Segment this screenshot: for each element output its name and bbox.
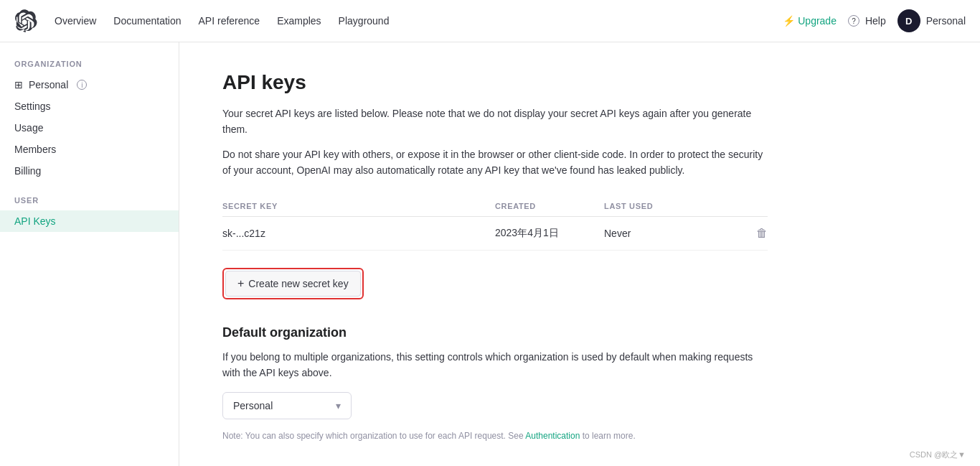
main-content: API keys Your secret API keys are listed…	[179, 42, 980, 466]
plus-icon: +	[237, 277, 244, 290]
nav-links: Overview Documentation API reference Exa…	[55, 15, 783, 27]
grid-icon: ⊞	[14, 79, 23, 90]
org-section-label: ORGANIZATION	[0, 60, 179, 74]
create-btn-container: + Create new secret key	[222, 262, 937, 299]
create-btn-label: Create new secret key	[248, 278, 348, 289]
create-secret-key-button[interactable]: + Create new secret key	[225, 271, 361, 297]
chevron-down-icon: ▾	[336, 400, 341, 411]
nav-overview[interactable]: Overview	[55, 15, 96, 27]
col-header-created: CREATED	[495, 196, 604, 217]
authentication-link[interactable]: Authentication	[525, 431, 580, 441]
page-title: API keys	[222, 71, 937, 94]
user-label: Personal	[926, 15, 966, 27]
default-org-description: If you belong to multiple organizations,…	[222, 349, 768, 381]
sidebar-members-label: Members	[14, 144, 56, 155]
top-navigation: Overview Documentation API reference Exa…	[0, 0, 980, 42]
col-header-actions	[713, 196, 768, 217]
sidebar-usage-label: Usage	[14, 122, 43, 134]
openai-logo[interactable]	[14, 9, 37, 32]
created-value: 2023年4月1日	[495, 216, 604, 250]
user-section-label: USER	[0, 196, 179, 210]
col-header-secret-key: SECRET KEY	[222, 196, 495, 217]
nav-playground[interactable]: Playground	[339, 15, 390, 27]
help-circle-icon: ?	[848, 15, 859, 27]
info-icon[interactable]: i	[77, 80, 87, 90]
topnav-right: ⚡ Upgrade ? Help D Personal	[783, 9, 966, 32]
org-select-value: Personal	[233, 400, 273, 411]
create-btn-highlight: + Create new secret key	[222, 268, 364, 299]
sidebar-billing-label: Billing	[14, 165, 41, 177]
nav-documentation[interactable]: Documentation	[113, 15, 181, 27]
nav-examples[interactable]: Examples	[277, 15, 321, 27]
org-select[interactable]: Personal ▾	[222, 392, 352, 419]
sidebar-item-usage[interactable]: Usage	[0, 117, 179, 139]
table-row: sk-...c21z 2023年4月1日 Never 🗑	[222, 216, 768, 250]
watermark: CSDN @欧之▼	[910, 449, 966, 460]
sidebar-divider	[0, 182, 179, 196]
user-menu[interactable]: D Personal	[897, 9, 966, 32]
page-layout: ORGANIZATION ⊞ Personal i Settings Usage…	[0, 42, 980, 466]
sidebar-item-members[interactable]: Members	[0, 139, 179, 160]
col-header-last-used: LAST USED	[604, 196, 713, 217]
sidebar-apikeys-label: API Keys	[14, 215, 56, 227]
description-2: Do not share your API key with others, o…	[222, 146, 768, 179]
help-label: Help	[865, 15, 886, 27]
help-button[interactable]: ? Help	[848, 15, 886, 27]
delete-key-button[interactable]: 🗑	[756, 227, 768, 239]
upgrade-button[interactable]: ⚡ Upgrade	[783, 15, 837, 27]
sidebar-item-api-keys[interactable]: API Keys	[0, 210, 179, 232]
note-suffix: to learn more.	[580, 431, 635, 441]
bolt-icon: ⚡	[783, 15, 795, 27]
upgrade-label: Upgrade	[798, 15, 837, 27]
api-keys-table: SECRET KEY CREATED LAST USED sk-...c21z …	[222, 196, 768, 251]
avatar: D	[897, 9, 920, 32]
default-org-title: Default organization	[222, 325, 937, 340]
sidebar: ORGANIZATION ⊞ Personal i Settings Usage…	[0, 42, 179, 466]
last-used-value: Never	[604, 216, 713, 250]
note-prefix: Note: You can also specify which organiz…	[222, 431, 525, 441]
note-text: Note: You can also specify which organiz…	[222, 429, 768, 442]
key-value: sk-...c21z	[222, 216, 495, 250]
sidebar-settings-label: Settings	[14, 101, 51, 112]
sidebar-item-personal[interactable]: ⊞ Personal i	[0, 74, 179, 95]
nav-api-reference[interactable]: API reference	[199, 15, 260, 27]
sidebar-personal-label: Personal	[29, 79, 68, 90]
sidebar-item-settings[interactable]: Settings	[0, 95, 179, 117]
sidebar-item-billing[interactable]: Billing	[0, 160, 179, 182]
description-1: Your secret API keys are listed below. P…	[222, 106, 768, 138]
